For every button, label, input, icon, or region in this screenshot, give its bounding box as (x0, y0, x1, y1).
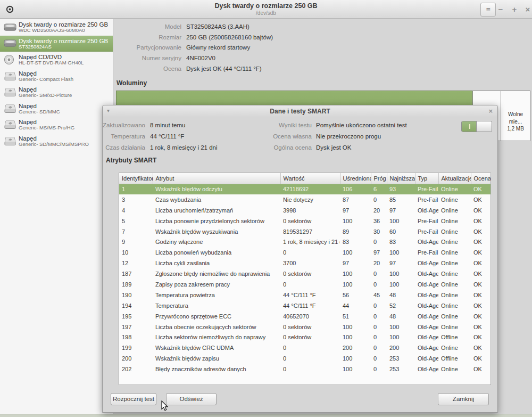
column-header[interactable]: Typ (415, 173, 438, 184)
attribute-cell: Pre-Fail (415, 247, 438, 258)
attribute-cell: Old-Age (415, 258, 438, 268)
attribute-row[interactable]: 198Liczba sektorów niemożliwych do napra… (119, 332, 491, 342)
device-title: Dysk twardy o rozmiarze 250 GB (19, 38, 108, 44)
column-header[interactable]: Identyfikator (119, 173, 153, 184)
hamburger-menu-button[interactable]: ≡ (480, 3, 496, 17)
sidebar-device-item[interactable]: Napęd Generic- SD/MMC/MS/MSPRO (0, 133, 113, 150)
start-test-button[interactable]: Rozpocznij test (111, 393, 156, 405)
attribute-row[interactable]: 200Wskaźnik błędów zapisu01000253Old-Age… (119, 353, 491, 364)
attribute-cell: 197 (119, 322, 153, 332)
column-header[interactable]: Próg (371, 173, 387, 184)
attribute-cell: 819531297 (280, 226, 340, 237)
attribute-cell: Przywrócono sprzętowe ECC (153, 311, 280, 322)
attribute-cell: Old-Age (415, 353, 438, 364)
device-subtitle: Generic- SD/MMC (19, 109, 60, 115)
sidebar-device-item[interactable]: Napęd Generic- MS/MS-Pro/HG (0, 117, 113, 133)
device-subtitle: Generic- Compact Flash (19, 77, 73, 82)
minimize-button[interactable]: − (495, 3, 506, 16)
attribute-cell: 9 (119, 236, 153, 247)
column-header[interactable]: Uśredniona (340, 173, 371, 184)
close-icon[interactable]: × (488, 107, 493, 115)
attribute-cell: Wskaźnik błędów zapisu (153, 353, 280, 364)
attribute-cell: Pre-Fail (415, 184, 438, 194)
attribute-cell: Godziny włączone (153, 236, 280, 247)
attribute-cell: OK (471, 332, 491, 342)
attribute-row[interactable]: 12Liczba cykli zasilania3700972097Old-Ag… (119, 258, 491, 268)
attribute-cell: 52 (387, 300, 415, 311)
detail-label: Model (114, 23, 181, 30)
attribute-cell: OK (471, 290, 491, 300)
column-header[interactable]: Wartość (280, 173, 340, 184)
smart-info-row: Ogólna ocena Dysk jest OK (262, 144, 464, 155)
attribute-row[interactable]: 199Wskaźnik błędów CRC UDMA02000200Old-A… (119, 342, 491, 353)
attribute-row[interactable]: 189Zapisy poza zakresem pracy01000100Old… (119, 279, 491, 290)
attribute-cell: 200 (119, 353, 153, 364)
attribute-cell: Online (438, 342, 471, 353)
column-header[interactable]: Aktualizacje (438, 173, 471, 184)
sidebar-device-item[interactable]: Napęd CD/DVD HL-DT-ST DVD-RAM GH40L (0, 52, 113, 68)
attribute-row[interactable]: 5Liczba ponownie przydzielonych sektorów… (119, 216, 491, 226)
free-space-label: Wolne mie... (501, 111, 530, 125)
attribute-row[interactable]: 194Temperatura44 °C/111 °F44052Old-AgeOn… (119, 300, 491, 311)
maximize-button[interactable]: + (509, 3, 520, 16)
attribute-cell: 189 (119, 279, 153, 290)
sidebar-device-item[interactable]: Napęd Generic- SD/MMC (0, 101, 113, 117)
attribute-row[interactable]: 7Wskaźnik błędów wyszukiwania81953129789… (119, 226, 491, 237)
attribute-cell: Old-Age (415, 311, 438, 322)
sidebar-device-item[interactable]: Napęd Generic- Compact Flash (0, 68, 113, 85)
smart-enabled-toggle[interactable] (461, 121, 492, 132)
attribute-cell: Online (438, 205, 471, 216)
sidebar-device-item[interactable]: Napęd Generic- SM/xD-Picture (0, 84, 113, 101)
attribute-row[interactable]: 10Liczba ponowień wybudzania010097100Pre… (119, 247, 491, 258)
attribute-cell: Old-Age (415, 300, 438, 311)
removable-drive-icon (4, 71, 16, 81)
attribute-cell: 48 (387, 290, 415, 300)
sidebar-device-item[interactable]: Dysk twardy o rozmiarze 250 GB ST3250824… (0, 36, 113, 52)
column-header[interactable]: Atrybut (153, 173, 280, 184)
attribute-cell: OK (471, 342, 491, 353)
attribute-row[interactable]: 190Temperatura powietrza44 °C/111 °F5645… (119, 290, 491, 300)
attribute-cell: Old-Age (415, 236, 438, 247)
attribute-cell: Old-Age (415, 268, 438, 279)
detail-value: 250 GB (250058268160 bajtów) (186, 34, 273, 40)
attribute-cell: 0 (280, 364, 340, 374)
toggle-knob[interactable] (476, 121, 492, 132)
close-window-button[interactable]: × (522, 3, 532, 16)
attribute-row[interactable]: 195Przywrócono sprzętowe ECC406520705104… (119, 311, 491, 322)
attribute-cell: OK (471, 322, 491, 332)
attribute-cell: 42118692 (280, 184, 340, 194)
column-header[interactable]: Najniższa (387, 173, 415, 184)
attribute-cell: OK (471, 184, 491, 194)
attribute-cell: 100 (387, 268, 415, 279)
attribute-cell: Old-Age (415, 205, 438, 216)
free-space-volume-box[interactable]: Wolne mie... 1,2 MB (501, 91, 530, 141)
sidebar-device-item[interactable]: Dysk twardy o rozmiarze 250 GB WDC WD250… (0, 19, 113, 36)
attribute-row[interactable]: 4Liczba uruchomień/zatrzymań3998972097Ol… (119, 205, 491, 216)
attribute-cell: 0 (280, 342, 340, 353)
attribute-row[interactable]: 187Zgłoszone błędy niemożliwe do naprawi… (119, 268, 491, 279)
detail-row: Rozmiar 250 GB (250058268160 bajtów) (114, 34, 529, 45)
refresh-button[interactable]: Odśwież (166, 393, 217, 405)
attribute-cell: Liczba ponownie przydzielonych sektorów (153, 216, 280, 226)
attribute-cell: Online (438, 322, 471, 332)
close-dialog-button[interactable]: Zamknij (438, 393, 489, 405)
attribute-row[interactable]: 1Wskaźnik błędów odczytu42118692106693Pr… (119, 184, 491, 194)
detail-row: Numer seryjny 4NF002V0 (114, 55, 529, 66)
attribute-cell: OK (471, 194, 491, 205)
attribute-cell: 253 (387, 353, 415, 364)
attribute-cell: 100 (340, 364, 371, 374)
attribute-cell: Temperatura (153, 300, 280, 311)
attribute-cell: 106 (340, 184, 371, 194)
attribute-cell: 0 (280, 247, 340, 258)
attribute-row[interactable]: 202Błędy znaczników adresów danych010002… (119, 364, 491, 374)
attribute-row[interactable]: 3Czas wybudzaniaNie dotyczy87085Pre-Fail… (119, 194, 491, 205)
column-header[interactable]: Ocena (471, 173, 491, 184)
device-subtitle: Generic- MS/MS-Pro/HG (19, 125, 74, 130)
volumes-heading: Woluminy (117, 79, 147, 87)
table-header-row: IdentyfikatorAtrybutWartośćUśrednionaPró… (119, 173, 491, 184)
attribute-row[interactable]: 197Liczba obecnie oczekujących sektorów0… (119, 322, 491, 332)
attribute-cell: Zgłoszone błędy niemożliwe do naprawieni… (153, 268, 280, 279)
attribute-row[interactable]: 9Godziny włączone1 rok, 8 miesięcy i 21 … (119, 236, 491, 247)
attribute-cell: 200 (340, 342, 371, 353)
window-subtitle: /dev/sdb (0, 10, 532, 16)
